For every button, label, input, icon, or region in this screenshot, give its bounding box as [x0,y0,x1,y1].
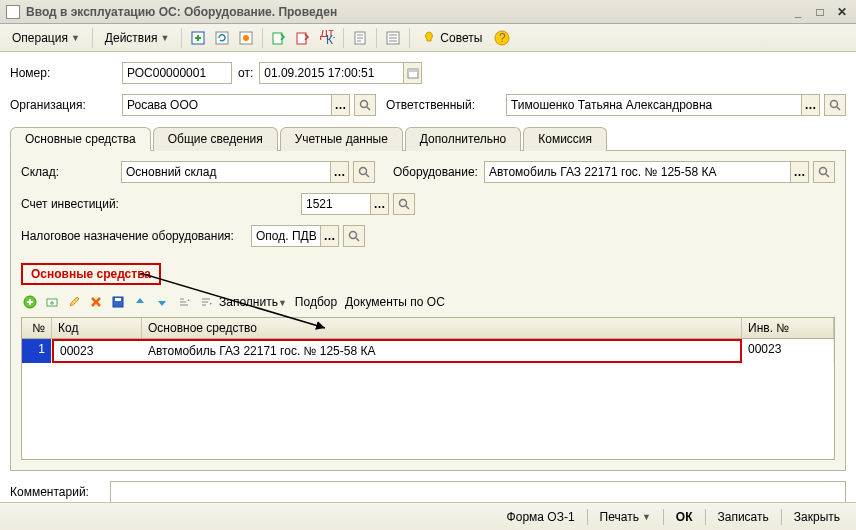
equipment-field[interactable] [484,161,791,183]
svg-point-3 [243,35,249,41]
number-label: Номер: [10,66,122,80]
toolbar-post-icon[interactable] [269,28,289,48]
col-number[interactable]: № [22,318,52,338]
grid-delete-icon[interactable] [87,293,105,311]
warehouse-lookup-button[interactable] [353,161,375,183]
responsible-select-button[interactable]: … [802,94,820,116]
date-from-label: от: [238,66,253,80]
assets-grid: № Код Основное средство Инв. № 1 00023 А… [21,317,835,460]
tab-commission[interactable]: Комиссия [523,127,607,151]
tab-bar: Основные средства Общие сведения Учетные… [10,126,846,150]
equipment-label: Оборудование: [393,165,478,179]
warehouse-select-button[interactable]: … [331,161,349,183]
svg-rect-24 [115,298,121,301]
footer-bar: Форма ОЗ-1 Печать▼ ОК Записать Закрыть [0,502,856,530]
svg-point-18 [400,200,407,207]
invest-account-select-button[interactable]: … [371,193,389,215]
tax-designation-label: Налоговое назначение оборудования: [21,229,251,243]
minimize-button[interactable]: _ [790,4,806,20]
grid-sort-desc-icon[interactable] [197,293,215,311]
help-icon[interactable]: ? [492,28,512,48]
date-field[interactable] [259,62,404,84]
svg-text:Кт: Кт [326,33,335,46]
section-title: Основные средства [21,263,161,285]
main-toolbar: Операция▼ Действия▼ ДтКт Советы ? [0,24,856,52]
print-menu[interactable]: Печать▼ [594,510,657,524]
invest-account-label: Счет инвестиций: [21,197,301,211]
responsible-field[interactable] [506,94,802,116]
grid-sort-asc-icon[interactable] [175,293,193,311]
grid-edit-icon[interactable] [65,293,83,311]
cell-code: 00023 [52,339,142,363]
organization-field[interactable] [122,94,332,116]
comment-label: Комментарий: [10,485,110,499]
tax-designation-field[interactable] [251,225,321,247]
responsible-label: Ответственный: [386,98,506,112]
grid-header: № Код Основное средство Инв. № [22,318,834,339]
cell-asset: Автомобиль ГАЗ 22171 гос. № 125-58 КА [142,339,742,363]
tab-general[interactable]: Общие сведения [153,127,278,151]
tax-designation-lookup-button[interactable] [343,225,365,247]
col-inventory[interactable]: Инв. № [742,318,834,338]
equipment-select-button[interactable]: … [791,161,809,183]
grid-toolbar: Заполнить▼ Подбор Документы по ОС [21,293,835,311]
warehouse-field[interactable] [121,161,331,183]
tab-main-assets[interactable]: Основные средства [10,127,151,151]
toolbar-report-icon[interactable] [350,28,370,48]
svg-rect-1 [216,32,228,44]
toolbar-list-icon[interactable] [383,28,403,48]
grid-add-icon[interactable] [21,293,39,311]
organization-lookup-button[interactable] [354,94,376,116]
svg-text:?: ? [499,31,506,45]
close-button[interactable]: Закрыть [788,510,846,524]
grid-docs-button[interactable]: Документы по ОС [345,295,445,309]
svg-point-16 [360,168,367,175]
ok-button[interactable]: ОК [670,510,699,524]
grid-pick-button[interactable]: Подбор [295,295,337,309]
maximize-button[interactable]: □ [812,4,828,20]
actions-menu[interactable]: Действия▼ [99,29,176,47]
warehouse-label: Склад: [21,165,121,179]
svg-point-14 [361,101,368,108]
invest-account-lookup-button[interactable] [393,193,415,215]
svg-point-19 [350,232,357,239]
invest-account-field[interactable] [301,193,371,215]
svg-point-15 [831,101,838,108]
operation-menu[interactable]: Операция▼ [6,29,86,47]
grid-save-icon[interactable] [109,293,127,311]
col-asset[interactable]: Основное средство [142,318,742,338]
save-button[interactable]: Записать [712,510,775,524]
grid-fill-menu[interactable]: Заполнить▼ [219,295,287,309]
tab-additional[interactable]: Дополнительно [405,127,521,151]
form-oz1-button[interactable]: Форма ОЗ-1 [501,510,581,524]
responsible-lookup-button[interactable] [824,94,846,116]
cell-number: 1 [22,339,52,363]
toolbar-dtkt-icon[interactable]: ДтКт [317,28,337,48]
toolbar-processing-icon[interactable] [236,28,256,48]
tips-button[interactable]: Советы [416,29,488,47]
organization-select-button[interactable]: … [332,94,350,116]
close-window-button[interactable]: ✕ [834,4,850,20]
window-title: Ввод в эксплуатацию ОС: Оборудование. Пр… [26,5,784,19]
tax-designation-select-button[interactable]: … [321,225,339,247]
toolbar-unpost-icon[interactable] [293,28,313,48]
number-field[interactable] [122,62,232,84]
table-row[interactable]: 1 00023 Автомобиль ГАЗ 22171 гос. № 125-… [22,339,834,363]
col-code[interactable]: Код [52,318,142,338]
date-picker-button[interactable] [404,62,422,84]
svg-rect-13 [408,69,418,72]
toolbar-refresh-icon[interactable] [212,28,232,48]
cell-inventory: 00023 [742,339,834,363]
grid-movedown-icon[interactable] [153,293,171,311]
grid-insert-icon[interactable] [43,293,61,311]
tab-panel-main-assets: Склад: … Оборудование: … Счет инвестиций… [10,150,846,471]
grid-body[interactable]: 1 00023 Автомобиль ГАЗ 22171 гос. № 125-… [22,339,834,459]
organization-label: Организация: [10,98,122,112]
equipment-lookup-button[interactable] [813,161,835,183]
svg-point-17 [820,168,827,175]
comment-field[interactable] [110,481,846,503]
grid-moveup-icon[interactable] [131,293,149,311]
document-icon [6,5,20,19]
tab-accounting[interactable]: Учетные данные [280,127,403,151]
toolbar-add-icon[interactable] [188,28,208,48]
